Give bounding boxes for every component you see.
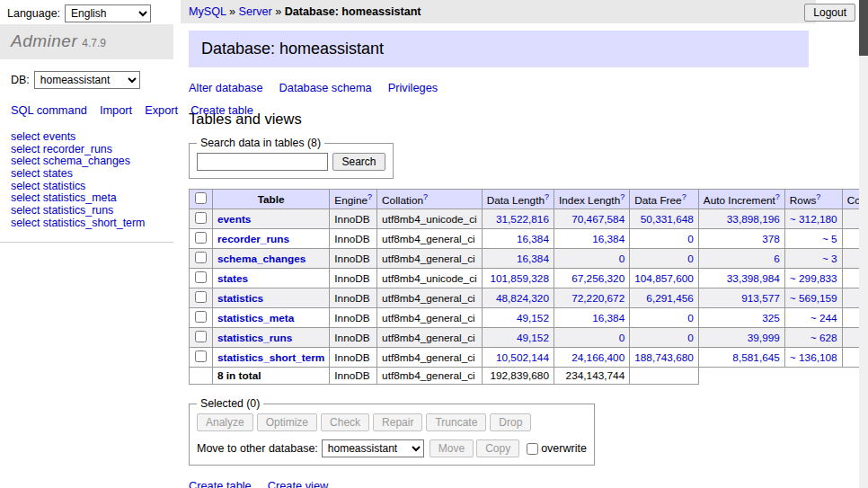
- db-action-database-schema[interactable]: Database schema: [279, 81, 372, 94]
- index-length-cell: 16,384: [554, 229, 629, 249]
- row-checkbox-schema-changes[interactable]: [195, 252, 207, 263]
- engine-cell: InnoDB: [330, 249, 377, 269]
- rows-cell: ~ 299,833: [784, 269, 842, 288]
- scrollbar-track[interactable]: [859, 0, 868, 488]
- help-icon[interactable]: ?: [423, 192, 428, 201]
- table-link-events[interactable]: events: [217, 213, 251, 226]
- auto-increment-cell: 8,581,645: [698, 348, 784, 368]
- sidebar-table-link-select-statistics-meta[interactable]: select statistics_meta: [11, 192, 163, 204]
- column-header-engine: Engine?: [330, 190, 377, 209]
- sidebar-table-link-select-schema-changes[interactable]: select schema_changes: [11, 155, 163, 167]
- help-icon[interactable]: ?: [682, 192, 686, 201]
- app-name: Adminer: [11, 31, 77, 50]
- breadcrumb-current: Database: homeassistant: [285, 5, 421, 18]
- total-collation-cell: utf8mb4_general_ci: [377, 368, 483, 385]
- index-length-cell: 0: [554, 249, 629, 269]
- help-icon[interactable]: ?: [816, 192, 820, 201]
- optimize-button[interactable]: Optimize: [257, 413, 317, 431]
- overwrite-checkbox[interactable]: [527, 443, 538, 455]
- rows-link-recorder-runs[interactable]: ~ 5: [822, 233, 837, 245]
- sidebar-table-link-select-statistics-short-term[interactable]: select statistics_short_term: [11, 217, 163, 229]
- rows-cell: ~ 312,180: [784, 209, 842, 229]
- check-button[interactable]: Check: [321, 413, 369, 431]
- sidebar-link-import[interactable]: Import: [100, 103, 132, 117]
- db-select[interactable]: homeassistant: [34, 71, 140, 89]
- auto-increment-cell: 39,999: [698, 328, 784, 348]
- table-link-recorder-runs[interactable]: recorder_runs: [217, 233, 289, 245]
- scrollbar-thumb[interactable]: [859, 0, 868, 56]
- breadcrumb-link-mysql[interactable]: MySQL: [189, 5, 226, 18]
- collation-cell: utf8mb4_general_ci: [377, 229, 483, 249]
- sidebar-link-create-table[interactable]: Create table: [190, 103, 253, 117]
- table-link-statistics-runs[interactable]: statistics_runs: [217, 332, 292, 344]
- truncate-button[interactable]: Truncate: [426, 413, 486, 431]
- db-action-privileges[interactable]: Privileges: [388, 81, 438, 94]
- help-icon[interactable]: ?: [620, 192, 624, 201]
- rows-cell: ~ 628: [784, 328, 842, 348]
- row-checkbox-statistics-meta[interactable]: [195, 311, 207, 323]
- select-all-cell: [190, 190, 213, 209]
- tables-table: TableEngine?Collation?Data Length?Index …: [189, 189, 868, 385]
- sidebar-table-link-select-recorder-runs[interactable]: select recorder_runs: [11, 144, 163, 155]
- sidebar-table-link-select-statistics-runs[interactable]: select statistics_runs: [11, 205, 163, 217]
- help-icon[interactable]: ?: [545, 192, 549, 201]
- move-button[interactable]: Move: [430, 439, 474, 457]
- row-checkbox-statistics-short-term[interactable]: [195, 350, 207, 362]
- drop-button[interactable]: Drop: [490, 413, 531, 431]
- row-select-cell: [190, 348, 213, 368]
- tables-footer-link-create-table[interactable]: Create table: [189, 479, 252, 488]
- rows-cell: ~ 569,159: [784, 288, 842, 308]
- table-link-schema-changes[interactable]: schema_changes: [217, 253, 306, 265]
- data-free-cell: 0: [630, 328, 699, 348]
- total-label-cell: 8 in total: [213, 368, 330, 385]
- breadcrumb-link-server[interactable]: Server: [239, 5, 272, 18]
- analyze-button[interactable]: Analyze: [197, 413, 253, 431]
- index-length-cell: 70,467,584: [554, 209, 629, 229]
- select-all-checkbox[interactable]: [195, 192, 207, 204]
- row-checkbox-statistics-runs[interactable]: [195, 331, 207, 342]
- data-length-cell: 49,152: [482, 308, 554, 328]
- table-link-states[interactable]: states: [217, 272, 248, 285]
- help-icon[interactable]: ?: [775, 192, 780, 201]
- language-select[interactable]: English: [65, 4, 151, 22]
- index-length-cell: 67,256,320: [554, 269, 629, 288]
- move-db-select[interactable]: homeassistant: [322, 439, 424, 457]
- rows-link-states[interactable]: ~ 299,833: [790, 272, 837, 285]
- data-length-cell: 49,152: [482, 328, 554, 348]
- row-checkbox-events[interactable]: [195, 212, 207, 224]
- search-input[interactable]: [197, 153, 328, 171]
- repair-button[interactable]: Repair: [373, 413, 422, 431]
- data-length-cell: 101,859,328: [482, 269, 554, 288]
- language-label: Language:: [7, 7, 60, 20]
- table-row-statistics: statisticsInnoDButf8mb4_general_ci48,824…: [190, 288, 868, 308]
- logout-button[interactable]: Logout: [804, 4, 855, 22]
- tables-footer-link-create-view[interactable]: Create view: [268, 479, 329, 488]
- rows-link-statistics-short-term[interactable]: ~ 136,108: [790, 351, 837, 364]
- sidebar-link-export[interactable]: Export: [145, 103, 178, 117]
- row-checkbox-statistics[interactable]: [195, 291, 207, 303]
- rows-link-schema-changes[interactable]: ~ 3: [822, 253, 837, 265]
- help-icon[interactable]: ?: [368, 192, 372, 201]
- table-link-statistics-short-term[interactable]: statistics_short_term: [217, 351, 324, 364]
- search-button[interactable]: Search: [332, 153, 385, 171]
- sidebar-link-sql-command[interactable]: SQL command: [11, 103, 87, 117]
- row-checkbox-recorder-runs[interactable]: [195, 232, 207, 244]
- row-select-cell: [190, 229, 213, 249]
- table-link-statistics[interactable]: statistics: [217, 292, 263, 305]
- table-name-cell: statistics_meta: [213, 308, 330, 328]
- rows-link-statistics[interactable]: ~ 569,159: [790, 292, 837, 305]
- db-action-alter-database[interactable]: Alter database: [189, 81, 263, 94]
- sidebar-table-links: select eventsselect recorder_runsselect …: [0, 128, 173, 243]
- row-select-cell: [190, 308, 213, 328]
- rows-link-statistics-meta[interactable]: ~ 244: [810, 312, 837, 324]
- data-length-cell: 16,384: [482, 249, 554, 269]
- sidebar-table-link-select-events[interactable]: select events: [11, 131, 163, 143]
- table-row-statistics-meta: statistics_metaInnoDButf8mb4_general_ci4…: [190, 308, 868, 328]
- table-link-statistics-meta[interactable]: statistics_meta: [217, 312, 294, 324]
- rows-link-events[interactable]: ~ 312,180: [790, 213, 837, 226]
- row-checkbox-states[interactable]: [195, 271, 207, 283]
- copy-button[interactable]: Copy: [476, 439, 519, 457]
- rows-link-statistics-runs[interactable]: ~ 628: [810, 332, 837, 344]
- sidebar-table-link-select-states[interactable]: select states: [11, 168, 163, 180]
- sidebar-table-link-select-statistics[interactable]: select statistics: [11, 181, 163, 192]
